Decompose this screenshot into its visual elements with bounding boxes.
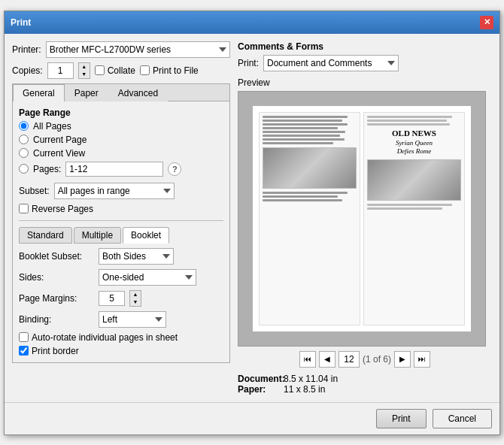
tab-advanced[interactable]: Advanced [108, 84, 168, 101]
print-border-checkbox[interactable] [19, 346, 29, 356]
preview-left-page [259, 112, 360, 325]
preview-inner: OLD NEWS Syrian Queen Defies Rome [253, 106, 471, 331]
print-select[interactable]: Document and Comments [263, 55, 399, 71]
tabs-header: General Paper Advanced [13, 84, 229, 101]
booklet-subset-row: Booklet Subset: Both Sides [19, 248, 223, 265]
tab-paper[interactable]: Paper [65, 84, 108, 101]
text-line-2 [263, 120, 342, 122]
collate-checkbox[interactable] [95, 65, 105, 75]
print-to-file-checkbox[interactable] [140, 65, 150, 75]
pages-help-icon[interactable]: ? [168, 162, 181, 176]
cancel-button[interactable]: Cancel [433, 409, 492, 428]
printer-label: Printer: [12, 44, 41, 55]
sides-row: Sides: One-sided [19, 269, 223, 286]
auto-rotate-label[interactable]: Auto-rotate individual pages in sheet [19, 332, 223, 343]
all-pages-radio[interactable] [19, 121, 29, 131]
copies-spinners: ▲ ▼ [78, 62, 90, 79]
subset-select[interactable]: All pages in range [54, 183, 175, 199]
left-text-lines [263, 116, 357, 144]
margins-label: Page Margins: [19, 293, 94, 304]
preview-subhead: Syrian Queen Defies Rome [367, 139, 461, 156]
print-border-text: Print border [32, 346, 79, 356]
copies-up-button[interactable]: ▲ [79, 63, 90, 71]
binding-row: Binding: Left [19, 311, 223, 328]
current-view-radio[interactable] [19, 148, 29, 158]
printer-row: Printer: Brother MFC-L2700DW series [12, 41, 230, 58]
sides-select[interactable]: One-sided [99, 269, 196, 286]
collate-checkbox-label[interactable]: Collate [95, 65, 135, 76]
text-line-10 [263, 195, 338, 198]
nav-controls: ⏮ ◀ (1 of 6) ▶ ⏭ [238, 351, 492, 368]
nav-first-button[interactable]: ⏮ [299, 351, 316, 368]
subset-row: Subset: All pages in range [19, 183, 223, 199]
current-page-radio[interactable] [19, 135, 29, 144]
paper-info-label: Paper: [238, 384, 279, 395]
divider [19, 220, 223, 221]
binding-select[interactable]: Left [99, 311, 166, 328]
r-text-line-2 [367, 120, 447, 122]
tab-general[interactable]: General [13, 84, 65, 101]
reverse-pages-checkbox[interactable] [19, 204, 29, 213]
reverse-pages-label[interactable]: Reverse Pages [19, 204, 223, 214]
left-text-lines-2 [263, 192, 357, 201]
right-panel: Comments & Forms Print: Document and Com… [238, 41, 492, 395]
printer-select[interactable]: Brother MFC-L2700DW series [46, 41, 230, 58]
collate-label: Collate [108, 65, 135, 76]
page-number-input[interactable] [339, 351, 360, 368]
pages-input[interactable] [65, 162, 163, 177]
text-line-11 [263, 199, 342, 201]
margins-up-button[interactable]: ▲ [130, 291, 141, 298]
text-line-4 [263, 127, 338, 129]
print-dialog: Print ✕ Printer: Brother MFC-L2700DW ser… [4, 11, 500, 435]
copies-row: Copies: ▲ ▼ Collate Print to File [12, 62, 230, 79]
title-bar: Print ✕ [5, 11, 499, 34]
doc-info: Document: 8.5 x 11.04 in Paper: 11 x 8.5… [238, 374, 492, 395]
left-panel: Printer: Brother MFC-L2700DW series Copi… [12, 41, 230, 395]
doc-info-paper-row: Paper: 11 x 8.5 in [238, 384, 492, 395]
reverse-pages-text: Reverse Pages [32, 204, 93, 214]
all-pages-label: All Pages [33, 121, 71, 132]
doc-info-document-row: Document: 8.5 x 11.04 in [238, 374, 492, 384]
paper-info-value: 11 x 8.5 in [284, 384, 325, 395]
pages-label: Pages: [33, 164, 61, 174]
current-page-label: Current Page [33, 135, 87, 145]
text-line-6 [263, 135, 340, 137]
pages-radio[interactable] [19, 164, 29, 174]
copies-down-button[interactable]: ▼ [79, 71, 90, 78]
sub-tab-standard[interactable]: Standard [19, 227, 72, 244]
print-label: Print: [238, 58, 259, 68]
auto-rotate-checkbox[interactable] [19, 332, 29, 342]
margins-input[interactable] [99, 291, 125, 306]
tabs-container: General Paper Advanced Page Range All Pa… [12, 83, 230, 363]
r-text-line-5 [367, 207, 442, 210]
sub-tab-multiple[interactable]: Multiple [74, 227, 121, 244]
text-line-3 [263, 123, 348, 126]
print-border-label[interactable]: Print border [19, 346, 223, 356]
pages-row: Pages: ? [19, 162, 223, 177]
booklet-subset-select[interactable]: Both Sides [99, 248, 174, 265]
margins-down-button[interactable]: ▼ [130, 298, 141, 306]
print-button[interactable]: Print [376, 409, 427, 428]
dialog-title: Print [11, 17, 31, 28]
right-text-lines-bottom [367, 204, 461, 210]
r-text-line-3 [367, 123, 450, 126]
sub-tab-booklet[interactable]: Booklet [123, 227, 169, 244]
document-info-label: Document: [238, 374, 279, 384]
print-to-file-text: Print to File [153, 65, 199, 76]
nav-prev-button[interactable]: ◀ [319, 351, 335, 368]
preview-image-right [367, 159, 461, 201]
preview-box: OLD NEWS Syrian Queen Defies Rome [238, 91, 486, 347]
tab-content-general: Page Range All Pages Current Page Cur [13, 101, 229, 362]
page-range-heading: Page Range [19, 107, 223, 118]
current-view-label: Current View [33, 148, 85, 159]
all-pages-row: All Pages [19, 121, 223, 132]
page-of-label: (1 of 6) [363, 354, 391, 365]
bottom-buttons: Print Cancel [5, 402, 499, 434]
text-line-9 [263, 192, 348, 194]
r-text-line-4 [367, 204, 452, 206]
copies-input[interactable] [47, 62, 74, 79]
nav-next-button[interactable]: ▶ [394, 351, 411, 368]
close-button[interactable]: ✕ [480, 16, 493, 29]
print-to-file-label[interactable]: Print to File [140, 65, 199, 76]
nav-last-button[interactable]: ⏭ [414, 351, 430, 368]
